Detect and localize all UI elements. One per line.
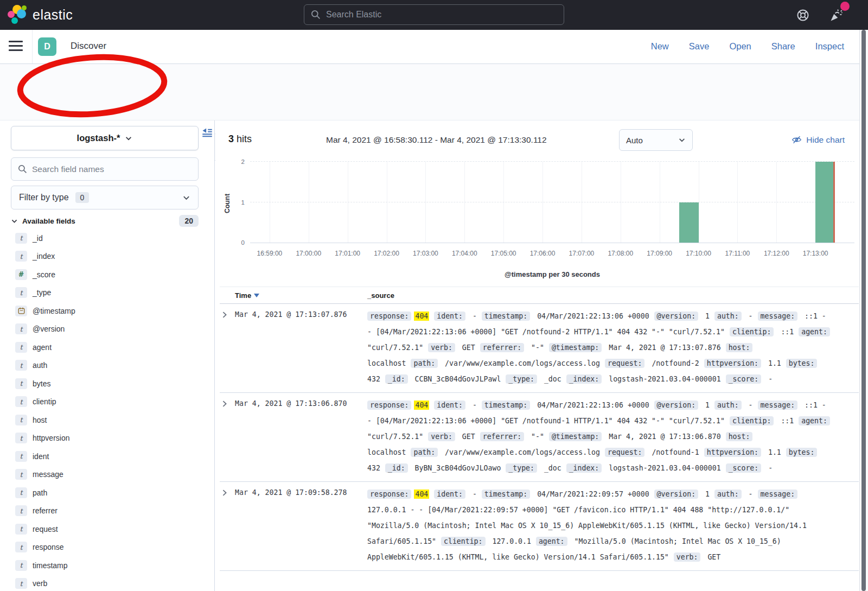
field-key-badge: clientip: (441, 537, 485, 546)
filter-by-type-count: 0 (75, 192, 90, 203)
interval-select[interactable]: Auto (619, 129, 693, 151)
brand-name: elastic (33, 7, 73, 23)
field-key-badge: referrer: (480, 343, 524, 352)
chart-vertical-gridline (464, 162, 465, 243)
menu-hamburger-icon[interactable] (9, 41, 23, 51)
sort-descending-icon[interactable] (254, 294, 259, 297)
field-item-_index[interactable]: t_index (11, 247, 204, 266)
chart-vertical-gridline (542, 162, 543, 243)
source-cell: response:404ident: -timestamp: 04/Mar/20… (367, 397, 833, 476)
string-type-icon: t (15, 396, 27, 407)
expand-row-button[interactable] (220, 486, 235, 565)
field-key-badge: _id: (385, 374, 408, 384)
field-key-badge: _score: (726, 374, 762, 384)
field-item-auth[interactable]: tauth (11, 357, 204, 375)
field-item-message[interactable]: tmessage (11, 466, 204, 484)
field-item-agent[interactable]: tagent (11, 338, 204, 357)
nav-link-open[interactable]: Open (729, 41, 751, 52)
app-nav-bar: D Discover NewSaveOpenShareInspect (0, 30, 868, 64)
string-type-icon: t (15, 560, 27, 571)
field-item-bytes[interactable]: tbytes (11, 374, 204, 393)
y-axis-tick-label: 0 (241, 239, 245, 246)
chart-vertical-gridline (699, 162, 699, 243)
field-item-_score[interactable]: #_score (11, 265, 204, 284)
field-item-response[interactable]: tresponse (11, 538, 204, 557)
field-item-request[interactable]: trequest (11, 520, 204, 538)
field-name: clientip (33, 397, 56, 406)
field-name: host (33, 416, 47, 424)
field-search[interactable] (11, 157, 199, 181)
field-key-badge: _index: (566, 374, 602, 384)
chart-horizontal-gridline (250, 202, 854, 202)
string-type-icon: t (15, 433, 27, 443)
field-item-host[interactable]: thost (11, 411, 204, 429)
string-type-icon: t (15, 323, 27, 334)
global-search[interactable] (304, 4, 564, 25)
help-icon[interactable] (795, 8, 810, 23)
expand-row-button[interactable] (220, 397, 235, 476)
nav-link-new[interactable]: New (651, 41, 669, 52)
field-item-httpversion[interactable]: thttpversion (11, 429, 204, 448)
nav-divider (32, 30, 33, 63)
chart-plot: 012 (250, 162, 854, 243)
chevron-down-icon (182, 194, 190, 202)
field-item-referrer[interactable]: treferrer (11, 502, 204, 520)
chart-vertical-gridline (776, 162, 777, 243)
x-axis-tick-label: 17:09:00 (647, 250, 672, 257)
field-key-badge: auth: (714, 401, 742, 410)
field-item-_id[interactable]: t_id (11, 229, 204, 247)
field-item-path[interactable]: tpath (11, 484, 204, 502)
field-item-_type[interactable]: t_type (11, 284, 204, 302)
field-item-verb[interactable]: tverb (11, 575, 204, 591)
field-key-badge: response: (367, 490, 411, 499)
page-title: Discover (71, 41, 106, 52)
filter-by-type[interactable]: Filter by type 0 (11, 186, 199, 209)
x-axis-tick-label: 17:01:00 (335, 250, 360, 257)
string-type-icon: t (15, 487, 27, 498)
field-key-badge: message: (758, 490, 798, 499)
expand-row-button[interactable] (220, 308, 235, 387)
string-type-icon: t (15, 342, 27, 353)
field-item-@version[interactable]: t@version (11, 320, 204, 339)
nav-link-share[interactable]: Share (771, 41, 795, 52)
page-scrollbar-thumb[interactable] (861, 30, 866, 591)
collapse-sidebar-icon[interactable] (202, 128, 213, 138)
nav-link-inspect[interactable]: Inspect (815, 41, 844, 52)
date-type-icon (15, 306, 27, 316)
column-time[interactable]: Time (235, 291, 251, 300)
table-body: Mar 4, 2021 @ 17:13:07.876response:404id… (220, 304, 859, 571)
field-item-@timestamp[interactable]: @timestamp (11, 302, 204, 320)
histogram-bar[interactable] (815, 162, 835, 243)
chart-vertical-gridline (503, 162, 504, 243)
hide-chart-button[interactable]: Hide chart (792, 135, 845, 145)
available-fields-header[interactable]: Available fields 20 (11, 215, 199, 227)
hits-label: hits (237, 134, 252, 144)
field-item-clientip[interactable]: tclientip (11, 393, 204, 411)
y-axis-tick-label: 2 (241, 158, 245, 165)
hide-chart-label: Hide chart (806, 135, 845, 145)
field-key-badge: timestamp: (482, 312, 530, 321)
search-icon (311, 10, 321, 20)
field-search-input[interactable] (32, 164, 192, 174)
elastic-logo[interactable]: elastic (8, 5, 73, 24)
x-axis-tick-label: 17:13:00 (803, 250, 828, 257)
histogram-bar[interactable] (679, 202, 699, 243)
global-search-input[interactable] (326, 10, 557, 20)
field-item-timestamp[interactable]: ttimestamp (11, 556, 204, 575)
page-scrollbar-track[interactable] (859, 30, 868, 591)
time-cell: Mar 4, 2021 @ 17:09:58.278 (235, 486, 367, 565)
highlighted-value: 404 (414, 401, 429, 410)
nav-link-save[interactable]: Save (689, 41, 710, 52)
field-name: path (33, 488, 47, 497)
index-pattern-selector[interactable]: logstash-* (11, 126, 199, 150)
chart-time-range: Mar 4, 2021 @ 16:58:30.112 - Mar 4, 2021… (326, 135, 547, 145)
source-cell: response:404ident: -timestamp: 04/Mar/20… (367, 486, 833, 565)
global-header: elastic (0, 0, 868, 30)
field-key-badge: @timestamp: (549, 343, 602, 352)
field-key-badge: response: (367, 401, 411, 410)
field-item-ident[interactable]: tident (11, 447, 204, 466)
eye-slash-icon (792, 135, 802, 145)
app-icon-discover[interactable]: D (38, 37, 56, 56)
field-name: _score (33, 270, 55, 279)
chart-vertical-gridline (270, 162, 270, 243)
